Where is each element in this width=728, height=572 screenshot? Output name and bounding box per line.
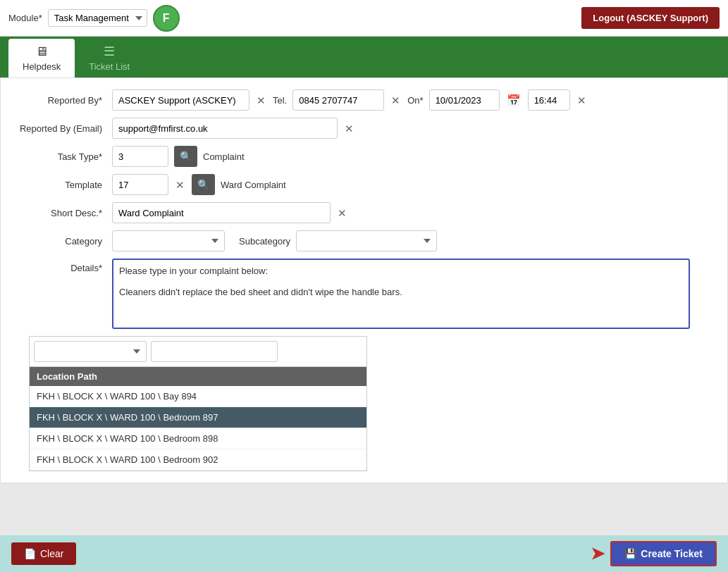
location-row[interactable]: FKH \ BLOCK X \ WARD 100 \ Bay 894 [30,386,366,407]
template-text: Ward Complaint [221,180,286,190]
template-input[interactable] [112,174,168,195]
subcategory-label: Subcategory [239,236,290,247]
tel-input[interactable] [292,89,384,111]
time-clear-button[interactable]: ✕ [576,95,588,106]
module-label: Module* [8,13,42,23]
location-table: Location Path FKH \ BLOCK X \ WARD 100 \… [30,367,366,471]
main-content: Reported By* ✕ Tel. ✕ On* 📅 ✕ Reported B… [0,77,728,483]
top-bar: Module* Task Management F Logout (ASCKEY… [0,0,728,37]
app-logo: F [153,5,180,32]
details-textarea[interactable]: Please type in your complaint below: Cle… [112,259,690,329]
task-type-search-button[interactable]: 🔍 [174,146,197,167]
bottom-bar: 📄 Clear ➤ 💾 Create Ticket [0,535,728,572]
logout-button[interactable]: Logout (ASCKEY Support) [581,7,720,29]
details-row: Details* Please type in your complaint b… [15,259,713,329]
top-bar-left: Module* Task Management F [8,5,180,32]
reported-by-label: Reported By* [15,95,106,106]
location-top-row [30,337,366,367]
email-clear-button[interactable]: ✕ [343,123,355,134]
template-search-button[interactable]: 🔍 [192,174,215,195]
category-row: Category Subcategory [15,230,713,251]
location-path-header: Location Path [30,367,366,386]
task-type-row: Task Type* 🔍 Complaint [15,146,713,167]
reported-by-input[interactable] [112,89,249,111]
short-desc-label: Short Desc.* [15,208,106,218]
details-label: Details* [15,259,106,273]
email-input[interactable] [112,118,338,139]
on-label: On* [407,95,423,106]
clear-icon: 📄 [24,548,36,559]
tel-label: Tel. [273,95,287,106]
create-ticket-button[interactable]: 💾 Create Ticket [610,541,717,566]
category-label: Category [15,236,106,247]
tab-helpdesk[interactable]: 🖥 Helpdesk [8,39,75,77]
ticket-list-icon: ☰ [104,44,115,59]
location-search-input[interactable] [151,341,278,362]
location-row[interactable]: FKH \ BLOCK X \ WARD 100 \ Bedroom 902 [30,449,366,471]
email-row: Reported By (Email) ✕ [15,118,713,139]
save-icon: 💾 [624,548,636,559]
time-input[interactable] [528,89,570,111]
tab-ticket-list[interactable]: ☰ Ticket List [75,38,144,77]
arrow-icon: ➤ [591,544,605,564]
location-row[interactable]: FKH \ BLOCK X \ WARD 100 \ Bedroom 897 [30,407,366,428]
template-label: Template [15,180,106,190]
location-section: Location Path FKH \ BLOCK X \ WARD 100 \… [29,336,367,471]
task-type-input[interactable] [112,146,168,167]
reported-by-clear-button[interactable]: ✕ [255,95,267,106]
short-desc-row: Short Desc.* ✕ [15,202,713,223]
calendar-icon[interactable]: 📅 [505,94,522,107]
helpdesk-icon: 🖥 [35,44,48,59]
short-desc-clear-button[interactable]: ✕ [336,208,348,218]
task-type-label: Task Type* [15,151,106,162]
template-row: Template ✕ 🔍 Ward Complaint [15,174,713,195]
date-input[interactable] [429,89,500,111]
reported-by-row: Reported By* ✕ Tel. ✕ On* 📅 ✕ [15,89,713,111]
template-clear-button[interactable]: ✕ [174,180,186,190]
tel-clear-button[interactable]: ✕ [390,95,402,106]
email-label: Reported By (Email) [15,123,106,134]
task-type-text: Complaint [203,151,245,162]
location-type-dropdown[interactable] [34,341,147,362]
clear-button[interactable]: 📄 Clear [11,542,76,565]
short-desc-input[interactable] [112,202,331,223]
tab-bar: 🖥 Helpdesk ☰ Ticket List [0,37,728,77]
subcategory-select[interactable] [296,230,437,251]
create-right: ➤ 💾 Create Ticket [591,541,717,566]
module-select[interactable]: Task Management [48,9,147,27]
category-select[interactable] [112,230,225,251]
location-row[interactable]: FKH \ BLOCK X \ WARD 100 \ Bedroom 898 [30,428,366,449]
